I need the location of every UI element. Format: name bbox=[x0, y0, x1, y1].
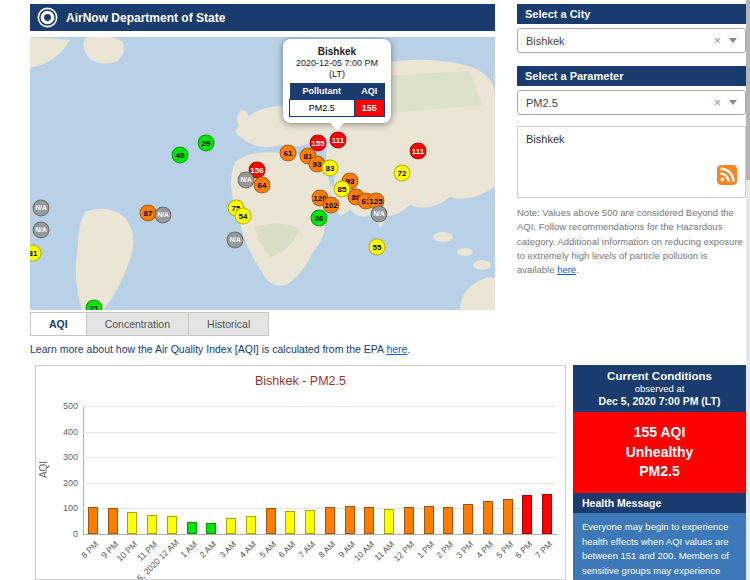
chart-bar[interactable] bbox=[305, 510, 315, 534]
health-message-header: Health Message bbox=[573, 493, 746, 513]
chart-plot-area bbox=[83, 406, 557, 534]
chart-bar[interactable] bbox=[345, 506, 355, 534]
aqi-pollutant: PM2.5 bbox=[579, 462, 740, 482]
learn-more-text: Learn more about how the Air Quality Ind… bbox=[30, 343, 410, 355]
chart-bar[interactable] bbox=[88, 507, 98, 534]
popup-city: Bishkek bbox=[289, 46, 385, 57]
chart-bar[interactable] bbox=[147, 515, 157, 534]
chart-bar[interactable] bbox=[404, 507, 414, 534]
feed-box: Bishkek bbox=[517, 126, 746, 198]
epa-link[interactable]: here bbox=[386, 343, 407, 355]
chart-bar[interactable] bbox=[384, 509, 394, 534]
popup-table: Pollutant AQI PM2.5 155 bbox=[289, 83, 385, 117]
tab-aqi[interactable]: AQI bbox=[30, 312, 87, 336]
world-map[interactable]: 492961155111819383938572111156N/A6412010… bbox=[30, 37, 495, 310]
chart-bar[interactable] bbox=[266, 508, 276, 534]
popup-col-pollutant: Pollutant bbox=[290, 83, 355, 100]
parameter-select-value: PM2.5 bbox=[526, 97, 713, 109]
aqi-marker[interactable]: 72 bbox=[394, 165, 411, 182]
aqi-marker[interactable]: N/A bbox=[371, 206, 388, 223]
aqi-marker[interactable]: 64 bbox=[254, 177, 271, 194]
current-conditions-title: Current Conditions bbox=[577, 370, 742, 382]
current-conditions-panel: Current Conditions observed at Dec 5, 20… bbox=[573, 365, 746, 580]
popup-timezone: (LT) bbox=[289, 69, 385, 79]
chart-gridline bbox=[83, 406, 557, 407]
chart-bar[interactable] bbox=[542, 494, 552, 534]
observed-time: Dec 5, 2020 7:00 PM (LT) bbox=[577, 395, 742, 407]
aqi-marker[interactable]: N/A bbox=[155, 207, 172, 224]
city-select[interactable]: Bishkek × bbox=[517, 28, 746, 53]
chart-bar[interactable] bbox=[246, 516, 256, 534]
note-before: Note: Values above 500 are considered Be… bbox=[517, 207, 743, 275]
aqi-marker[interactable]: N/A bbox=[227, 232, 244, 249]
aqi-marker[interactable]: N/A bbox=[33, 200, 50, 217]
parameter-chevron-down-icon[interactable] bbox=[729, 100, 737, 105]
chart-ytick-label: 100 bbox=[48, 503, 78, 513]
popup-datetime: 2020-12-05 7:00 PM bbox=[289, 58, 385, 68]
rss-icon[interactable] bbox=[717, 165, 737, 189]
scrollbar-thumb[interactable] bbox=[746, 0, 750, 180]
chart-xaxis-line bbox=[83, 534, 558, 535]
chart-bar[interactable] bbox=[285, 511, 295, 534]
aqi-marker[interactable]: 54 bbox=[235, 208, 252, 225]
map-popup: Bishkek 2020-12-05 7:00 PM (LT) Pollutan… bbox=[283, 39, 391, 123]
scrollbar[interactable] bbox=[746, 0, 750, 580]
aqi-value: 155 AQI bbox=[579, 423, 740, 443]
chart-bar[interactable] bbox=[206, 523, 216, 534]
chart-bar[interactable] bbox=[503, 499, 513, 534]
app-header: AirNow Department of State bbox=[30, 4, 495, 31]
chart-bar[interactable] bbox=[522, 495, 532, 534]
chart-ytick-label: 200 bbox=[48, 478, 78, 488]
chart-bar[interactable] bbox=[127, 512, 137, 534]
learn-more-before: Learn more about how the Air Quality Ind… bbox=[30, 343, 386, 355]
note-link[interactable]: here bbox=[557, 264, 576, 275]
aqi-marker[interactable]: 49 bbox=[172, 147, 189, 164]
aqi-marker[interactable]: N/A bbox=[238, 172, 255, 189]
chart-bar[interactable] bbox=[226, 518, 236, 534]
parameter-select[interactable]: PM2.5 × bbox=[517, 90, 746, 115]
chart-title: Bishkek - PM2.5 bbox=[36, 374, 565, 388]
learn-more-after: . bbox=[407, 343, 410, 355]
city-select-value: Bishkek bbox=[526, 35, 713, 47]
chart-bar[interactable] bbox=[325, 507, 335, 534]
chart-ytick-label: 500 bbox=[48, 401, 78, 411]
aqi-marker[interactable]: 102 bbox=[323, 197, 340, 214]
chart-bar[interactable] bbox=[167, 516, 177, 534]
select-parameter-header: Select a Parameter bbox=[517, 66, 746, 86]
chart-bar[interactable] bbox=[424, 506, 434, 534]
city-chevron-down-icon[interactable] bbox=[729, 38, 737, 43]
aqi-summary: 155 AQI Unhealthy PM2.5 bbox=[573, 412, 746, 493]
aqi-chart: Bishkek - PM2.5 AQI 01002003004005008 PM… bbox=[35, 365, 566, 580]
chart-ytick-label: 400 bbox=[48, 427, 78, 437]
chart-gridline bbox=[83, 432, 557, 433]
aqi-marker[interactable]: 111 bbox=[330, 132, 347, 149]
chart-bar[interactable] bbox=[108, 508, 118, 534]
select-city-header: Select a City bbox=[517, 4, 746, 24]
chart-bar[interactable] bbox=[443, 507, 453, 534]
aqi-marker[interactable]: 21 bbox=[86, 300, 103, 311]
chart-bar[interactable] bbox=[187, 522, 197, 534]
city-clear-icon[interactable]: × bbox=[713, 33, 721, 48]
aqi-marker[interactable]: 55 bbox=[369, 239, 386, 256]
page-title: AirNow Department of State bbox=[66, 11, 225, 25]
aqi-marker[interactable]: 36 bbox=[311, 210, 328, 227]
aqi-marker[interactable]: 61 bbox=[280, 145, 297, 162]
aqi-marker[interactable]: N/A bbox=[33, 222, 50, 239]
tab-concentration[interactable]: Concentration bbox=[87, 312, 189, 336]
chart-bar[interactable] bbox=[364, 507, 374, 534]
chart-bar[interactable] bbox=[483, 501, 493, 534]
aqi-note: Note: Values above 500 are considered Be… bbox=[517, 206, 746, 277]
chart-ytick-label: 300 bbox=[48, 452, 78, 462]
chart-gridline bbox=[83, 457, 557, 458]
chart-bar[interactable] bbox=[463, 504, 473, 534]
popup-col-aqi: AQI bbox=[354, 83, 384, 100]
parameter-clear-icon[interactable]: × bbox=[713, 95, 721, 110]
observed-at-label: observed at bbox=[577, 383, 742, 394]
tab-historical[interactable]: Historical bbox=[189, 312, 269, 336]
feed-city-title: Bishkek bbox=[518, 127, 745, 151]
aqi-marker[interactable]: 111 bbox=[410, 143, 427, 160]
aqi-marker[interactable]: 83 bbox=[322, 160, 339, 177]
dos-seal-icon bbox=[37, 7, 58, 28]
chart-gridline bbox=[83, 483, 557, 484]
aqi-marker[interactable]: 29 bbox=[198, 135, 215, 152]
